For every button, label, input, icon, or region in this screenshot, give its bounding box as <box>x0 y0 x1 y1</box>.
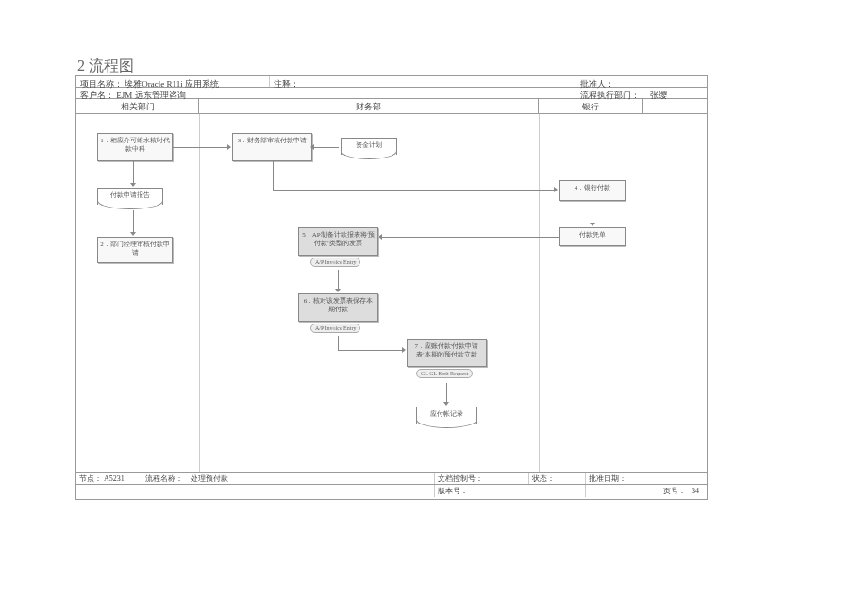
project-cell: 项目名称： 埃雅Oracle R11i 应用系统 <box>76 76 270 87</box>
footer-status: 状态： <box>529 473 586 484</box>
swimlane-headers: 相关部门 财务部 银行 <box>76 99 707 114</box>
arrow-7-8 <box>380 237 559 238</box>
arrow-head-plan <box>310 144 314 150</box>
lane-divider-2 <box>539 114 540 472</box>
section-heading: 2 流程图 <box>77 57 134 76</box>
box-10: 7．应账付款'付款申请表'本期的预付款立款 <box>407 339 487 367</box>
arrow-head-8-9 <box>335 289 341 292</box>
footer-page: 页号： 34 <box>586 485 707 497</box>
approver-cell: 批准人： <box>576 76 707 87</box>
arrow-1-doc <box>133 161 134 185</box>
lane-divider-3 <box>643 114 643 472</box>
doc-payment-request: 付款申请报告 <box>97 188 163 205</box>
arrow-1-4 <box>173 147 229 148</box>
client-cell: 客户名： EJM 远东管理咨询 <box>76 88 576 98</box>
node-value: A5231 <box>104 474 125 483</box>
footer-row-1: 节点： A5231 流程名称： 处理预付款 文档控制号： 状态： 批准日期： <box>76 473 707 485</box>
arrow-head-1 <box>130 183 136 187</box>
arrow-9-right <box>338 350 404 351</box>
footer-docctrl: 文档控制号： <box>435 473 529 484</box>
flow-value: 处理预付款 <box>191 474 228 483</box>
flow-label: 流程名称： <box>145 474 183 483</box>
box-9: 6．核对该发票表保存本期付款 <box>298 293 378 322</box>
doc-fund-plan: 资金计划 <box>341 138 397 155</box>
tag-9: A/P Invoice Entry <box>310 324 360 333</box>
header-row-1: 项目名称： 埃雅Oracle R11i 应用系统 注释： 批准人： <box>76 76 707 88</box>
footer-row-2: 版本号： 页号： 34 <box>76 485 707 497</box>
approve-date-label: 批准日期： <box>589 474 626 483</box>
doc-ap-record: 应付帐记录 <box>416 407 477 424</box>
footer-empty <box>76 485 435 497</box>
arrow-plan-4 <box>312 147 339 148</box>
arrow-10-11 <box>446 383 447 404</box>
arrow-head-10-11 <box>443 402 449 406</box>
arrow-head-2 <box>130 232 136 236</box>
arrow-doc-2 <box>133 210 134 234</box>
footer-flow: 流程名称： 处理预付款 <box>142 473 435 484</box>
arrow-head-1-4 <box>227 144 231 150</box>
page-label: 页号： <box>663 487 686 495</box>
box-7: 付款凭单 <box>559 227 626 246</box>
exec-dept-cell: 流程执行部门： 张缨 <box>576 88 707 98</box>
arrow-4-down <box>273 161 274 190</box>
lane-header-2: 财务部 <box>199 99 539 113</box>
note-cell: 注释： <box>270 76 576 87</box>
arrow-8-9 <box>338 270 339 291</box>
lane-header-4 <box>643 99 707 113</box>
flowchart-frame: 项目名称： 埃雅Oracle R11i 应用系统 注释： 批准人： 客户名： E… <box>75 75 708 500</box>
version-label: 版本号： <box>438 487 468 495</box>
footer-version: 版本号： <box>435 485 586 497</box>
footer-approve-date: 批准日期： <box>586 473 707 484</box>
lane-divider-1 <box>199 114 200 472</box>
page-value: 34 <box>692 487 699 495</box>
box-8: 5．AP制备计款报表将'预付款'类型的发票 <box>298 227 378 256</box>
box-1: 1．相应介可维水核时代款中科 <box>97 133 173 161</box>
box-2: 2．部门经理审核付款申请 <box>97 237 173 263</box>
box-6: 4．银行付款 <box>559 180 626 201</box>
footer-node: 节点： A5231 <box>76 473 142 484</box>
box-4: 3．财务部审核付款申请 <box>232 133 312 161</box>
arrow-head-7-8 <box>378 234 382 240</box>
lane-header-1: 相关部门 <box>76 99 199 113</box>
docctrl-label: 文档控制号： <box>438 474 483 483</box>
arrow-6-7 <box>593 201 593 224</box>
node-label: 节点： <box>79 474 102 483</box>
arrow-head-4-6 <box>554 187 558 192</box>
arrow-4-right <box>273 190 556 191</box>
status-label: 状态： <box>532 474 555 483</box>
lane-header-3: 银行 <box>539 99 643 113</box>
arrow-head-6-7 <box>590 223 595 226</box>
tag-8: A/P Invoice Entry <box>310 258 360 267</box>
swimlane-body: 1．相应介可维水核时代款中科 付款申请报告 2．部门经理审核付款申请 3．财务部… <box>76 114 707 473</box>
arrow-9-down <box>338 336 339 350</box>
arrow-head-9-10 <box>402 347 406 353</box>
tag-10: GL GL Errit Request <box>416 369 473 378</box>
header-row-2: 客户名： EJM 远东管理咨询 流程执行部门： 张缨 <box>76 88 707 99</box>
